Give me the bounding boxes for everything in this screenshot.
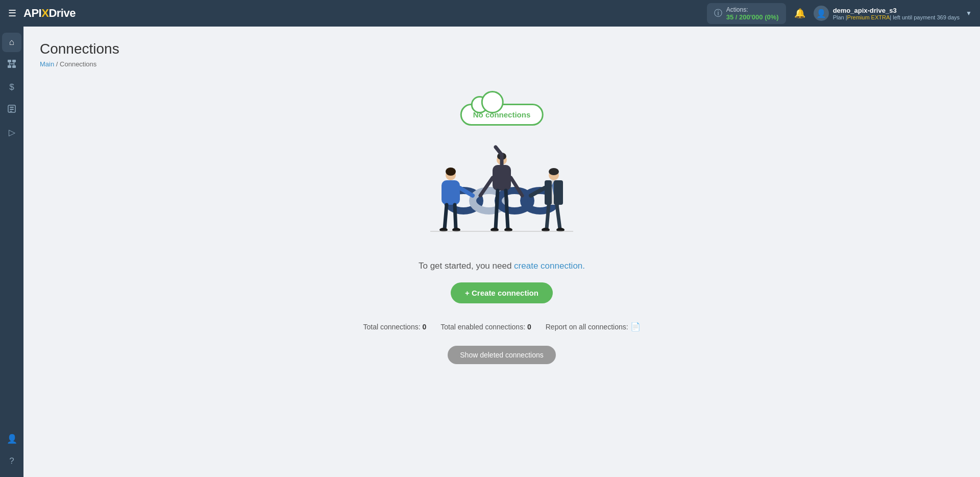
user-info: demo_apix-drive_s3 Plan |Premium EXTRA| …	[833, 7, 960, 20]
svg-line-20	[455, 205, 456, 229]
sidebar-item-home[interactable]: ⌂	[2, 33, 21, 52]
home-icon: ⌂	[9, 37, 14, 47]
no-connections-cloud: No connections	[460, 104, 544, 126]
svg-line-42	[557, 205, 560, 229]
sidebar-item-help[interactable]: ?	[2, 451, 21, 471]
create-connection-button[interactable]: + Create connection	[451, 282, 553, 303]
chevron-down-icon: ▼	[966, 10, 972, 17]
empty-state: No connections	[40, 83, 964, 395]
media-icon: ▷	[9, 127, 15, 138]
svg-line-30	[496, 190, 498, 229]
help-icon: ?	[9, 456, 14, 466]
svg-rect-16	[442, 180, 460, 205]
svg-rect-0	[8, 60, 11, 62]
account-icon: 👤	[7, 434, 17, 444]
people-chain-illustration	[415, 129, 589, 247]
actions-badge[interactable]: ⓘ Actions: 35 / 200'000 (0%)	[707, 3, 786, 24]
sidebar-item-connections[interactable]	[2, 55, 21, 75]
svg-rect-9	[10, 109, 14, 110]
sidebar-item-billing[interactable]: $	[2, 78, 21, 97]
logo-text: APIXDrive	[23, 7, 76, 20]
user-avatar: 👤	[814, 6, 829, 21]
info-icon: ⓘ	[714, 8, 722, 19]
actions-count: 35 / 200'000 (0%)	[726, 13, 779, 21]
total-connections-label: Total connections: 0	[363, 323, 426, 331]
svg-rect-10	[10, 111, 12, 112]
connections-icon	[7, 59, 16, 71]
svg-point-17	[446, 168, 456, 176]
show-deleted-button[interactable]: Show deleted connections	[448, 346, 555, 364]
hamburger-menu[interactable]: ☰	[8, 8, 16, 19]
svg-line-19	[445, 205, 447, 229]
svg-rect-8	[10, 107, 14, 108]
svg-line-27	[496, 147, 502, 155]
stats-row: Total connections: 0 Total enabled conne…	[363, 322, 640, 331]
user-section[interactable]: 👤 demo_apix-drive_s3 Plan |Premium EXTRA…	[814, 6, 972, 21]
page-title: Connections	[40, 41, 964, 57]
breadcrumb: Main / Connections	[40, 60, 964, 68]
logo: APIXDrive	[23, 7, 76, 20]
sidebar-item-media[interactable]: ▷	[2, 123, 21, 142]
sidebar-item-tasks[interactable]	[2, 100, 21, 120]
svg-rect-1	[12, 60, 16, 62]
tasks-icon	[7, 104, 16, 116]
svg-point-39	[549, 168, 559, 175]
main-content: Connections Main / Connections No connec…	[23, 27, 980, 477]
create-connection-link[interactable]: create connection.	[514, 261, 585, 271]
report-icon[interactable]: 📄	[630, 322, 641, 331]
report-label: Report on all connections: 📄	[546, 322, 641, 331]
svg-line-41	[547, 205, 549, 229]
topnav: ☰ APIXDrive ⓘ Actions: 35 / 200'000 (0%)…	[0, 0, 980, 27]
billing-icon: $	[9, 82, 14, 92]
actions-label: Actions:	[726, 6, 779, 13]
svg-rect-3	[12, 65, 16, 68]
breadcrumb-current: Connections	[60, 60, 96, 68]
breadcrumb-sep: /	[56, 60, 60, 68]
sidebar-bottom: 👤 ?	[2, 429, 21, 471]
avatar-icon: 👤	[816, 9, 826, 18]
topnav-actions: ⓘ Actions: 35 / 200'000 (0%) 🔔 👤 demo_ap…	[707, 3, 972, 24]
breadcrumb-home[interactable]: Main	[40, 60, 54, 68]
sidebar-item-account[interactable]: 👤	[2, 429, 21, 448]
bell-icon[interactable]: 🔔	[792, 6, 807, 21]
svg-rect-38	[554, 180, 563, 205]
svg-line-31	[506, 190, 508, 229]
app-body: ⌂ $	[0, 27, 980, 477]
enabled-connections-label: Total enabled connections: 0	[440, 323, 531, 331]
user-name: demo_apix-drive_s3	[833, 7, 960, 14]
actions-info: Actions: 35 / 200'000 (0%)	[726, 6, 779, 21]
cta-text: To get started, you need create connecti…	[419, 261, 585, 271]
svg-rect-2	[8, 65, 11, 68]
svg-rect-37	[545, 180, 552, 205]
user-plan: Plan |Premium EXTRA| left until payment …	[833, 14, 960, 20]
illustration: No connections	[415, 104, 589, 247]
sidebar: ⌂ $	[0, 27, 23, 477]
